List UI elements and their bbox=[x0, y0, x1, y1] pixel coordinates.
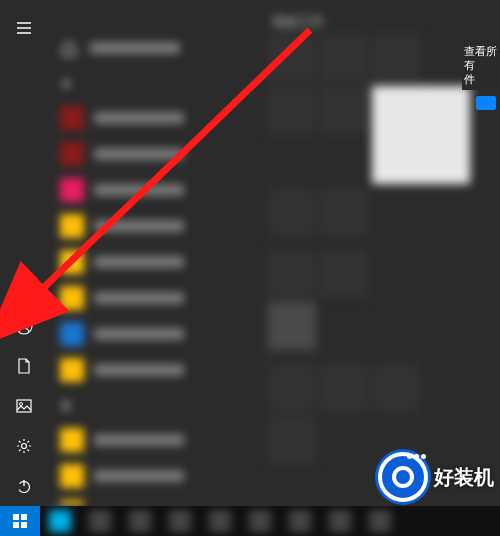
list-item[interactable] bbox=[48, 280, 258, 316]
svg-point-1 bbox=[22, 322, 27, 327]
tile[interactable] bbox=[320, 188, 368, 236]
taskbar-item[interactable] bbox=[209, 510, 231, 532]
tile[interactable] bbox=[372, 364, 420, 412]
hamburger-button[interactable] bbox=[0, 8, 48, 48]
app-icon bbox=[60, 322, 84, 346]
app-icon bbox=[60, 106, 84, 130]
tile[interactable] bbox=[372, 86, 470, 184]
taskbar-item[interactable] bbox=[289, 510, 311, 532]
widget-line: 查看所有 bbox=[464, 44, 498, 72]
svg-rect-6 bbox=[13, 514, 19, 520]
tile[interactable] bbox=[268, 364, 316, 412]
app-icon bbox=[60, 286, 84, 310]
home-icon bbox=[60, 39, 78, 57]
documents-button[interactable] bbox=[0, 346, 48, 386]
tile[interactable] bbox=[268, 86, 316, 134]
list-item[interactable] bbox=[48, 208, 258, 244]
list-item[interactable] bbox=[48, 244, 258, 280]
list-item[interactable] bbox=[48, 172, 258, 208]
tile[interactable] bbox=[268, 34, 316, 82]
tile[interactable] bbox=[372, 34, 420, 82]
start-button[interactable] bbox=[0, 506, 40, 536]
desktop-widget[interactable]: 查看所有 件 bbox=[462, 40, 500, 90]
pictures-button[interactable] bbox=[0, 386, 48, 426]
section-header[interactable]: E bbox=[48, 388, 258, 422]
taskbar-item[interactable] bbox=[329, 510, 351, 532]
list-item[interactable] bbox=[48, 30, 258, 66]
settings-icon bbox=[16, 438, 32, 454]
taskbar-item[interactable] bbox=[129, 510, 151, 532]
section-header[interactable]: A bbox=[48, 66, 258, 100]
app-icon bbox=[60, 142, 84, 166]
watermark: 好装机 bbox=[378, 452, 494, 502]
watermark-logo-icon bbox=[378, 452, 428, 502]
tile[interactable] bbox=[320, 34, 368, 82]
list-item[interactable] bbox=[48, 316, 258, 352]
taskbar bbox=[0, 506, 500, 536]
taskbar-item[interactable] bbox=[49, 510, 71, 532]
start-sidebar bbox=[0, 0, 48, 506]
svg-rect-7 bbox=[21, 514, 27, 520]
tile[interactable] bbox=[320, 364, 368, 412]
app-icon bbox=[60, 178, 84, 202]
app-list[interactable]: A E bbox=[48, 0, 258, 506]
tiles-group-header[interactable]: 高效工作 bbox=[268, 10, 490, 34]
start-menu: A E 高效工作 bbox=[0, 0, 500, 506]
power-icon bbox=[16, 478, 32, 494]
tile[interactable] bbox=[268, 188, 316, 236]
settings-button[interactable] bbox=[0, 426, 48, 466]
mail-icon[interactable] bbox=[476, 96, 496, 110]
svg-rect-2 bbox=[17, 400, 31, 412]
list-item[interactable] bbox=[48, 100, 258, 136]
app-icon bbox=[60, 250, 84, 274]
watermark-text: 好装机 bbox=[434, 464, 494, 491]
taskbar-item[interactable] bbox=[249, 510, 271, 532]
menu-icon bbox=[16, 20, 32, 36]
taskbar-item[interactable] bbox=[169, 510, 191, 532]
tile[interactable] bbox=[268, 250, 316, 298]
list-item[interactable] bbox=[48, 352, 258, 388]
tile[interactable] bbox=[268, 302, 316, 350]
svg-point-3 bbox=[20, 403, 23, 406]
taskbar-item[interactable] bbox=[89, 510, 111, 532]
tile[interactable] bbox=[268, 416, 316, 464]
list-item[interactable] bbox=[48, 136, 258, 172]
power-button[interactable] bbox=[0, 466, 48, 506]
app-icon bbox=[60, 214, 84, 238]
svg-rect-8 bbox=[13, 522, 19, 528]
list-item[interactable] bbox=[48, 422, 258, 458]
pictures-icon bbox=[16, 398, 32, 414]
user-button[interactable] bbox=[0, 306, 48, 346]
taskbar-item[interactable] bbox=[369, 510, 391, 532]
app-icon bbox=[60, 464, 84, 488]
svg-point-4 bbox=[22, 444, 27, 449]
list-item[interactable] bbox=[48, 458, 258, 494]
tile[interactable] bbox=[320, 250, 368, 298]
app-icon bbox=[60, 358, 84, 382]
documents-icon bbox=[16, 358, 32, 374]
tile[interactable] bbox=[320, 86, 368, 134]
app-icon bbox=[60, 428, 84, 452]
svg-rect-9 bbox=[21, 522, 27, 528]
list-item[interactable] bbox=[48, 494, 258, 506]
windows-icon bbox=[13, 514, 27, 528]
widget-line: 件 bbox=[464, 72, 498, 86]
user-icon bbox=[15, 317, 33, 335]
